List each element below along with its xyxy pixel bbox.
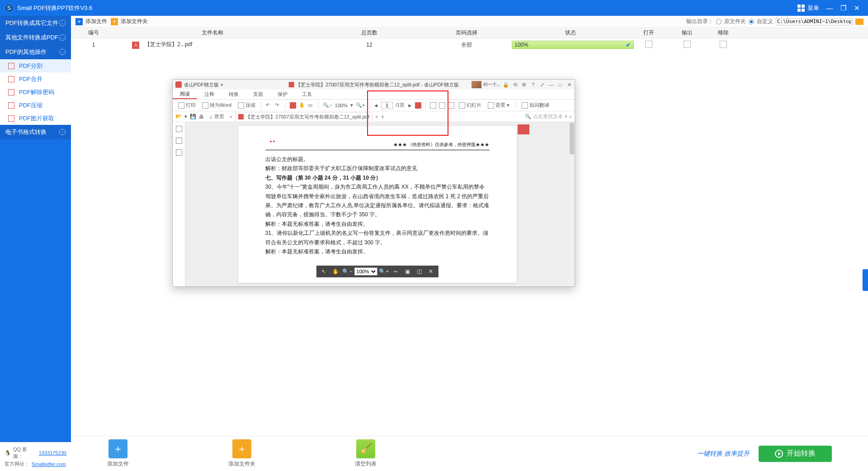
table-row[interactable]: 1 人【芝士学院】2...pdf 12 全部 100%✔	[71, 38, 868, 51]
fit-icon[interactable]	[290, 102, 296, 109]
scrollbar[interactable]	[569, 122, 575, 286]
gear-icon[interactable]: ⚙	[520, 82, 528, 88]
refresh-icon[interactable]: ⟲	[511, 82, 519, 88]
viewer-maximize-button[interactable]: □	[557, 82, 564, 87]
document-page: ▲▲ ★★★ 《绝密资料》仅供参考，绝密押题★★★ 出该公文的标题。 解析：财政…	[238, 126, 517, 283]
side-drawer-handle[interactable]	[863, 269, 868, 291]
big-add-folder-button[interactable]: ＋添加文件夹	[228, 439, 255, 468]
select-icon[interactable]: ▭	[308, 102, 314, 109]
menu-read[interactable]: 阅读	[173, 90, 197, 99]
translate-button[interactable]: 划词翻译	[520, 101, 551, 109]
page-input[interactable]	[381, 102, 393, 109]
slideshow-icon	[459, 102, 465, 109]
radio-source-folder[interactable]	[716, 19, 722, 24]
page-canvas[interactable]: ▲▲ ★★★ 《绝密资料》仅供参考，绝密押题★★★ 出该公文的标题。 解析：财政…	[185, 122, 569, 286]
zoom-in-icon[interactable]: 🔍+	[356, 102, 365, 108]
new-tab-button[interactable]: +	[381, 113, 384, 120]
bookmark-icon[interactable]	[415, 102, 421, 109]
attachments-icon[interactable]	[176, 149, 182, 156]
ad-thumb-icon[interactable]	[472, 81, 481, 88]
cursor-icon[interactable]: ↖	[319, 267, 329, 276]
search-box[interactable]: 🔍点此查找文本▾≡	[525, 113, 572, 120]
hand-icon[interactable]: ✋	[299, 102, 305, 109]
open-icon[interactable]: 📂	[175, 114, 182, 119]
fullscreen-icon[interactable]	[448, 102, 454, 109]
background-button[interactable]: 背景▾	[486, 101, 511, 109]
to-word-button[interactable]: 转为Word	[200, 101, 233, 109]
bookmarks-icon[interactable]	[176, 138, 182, 144]
big-clear-button[interactable]: 🧹清空列表	[355, 439, 377, 468]
sidebar-item-pdf-compress[interactable]: PDF压缩	[0, 99, 71, 112]
sidebar-item-pdf-split[interactable]: PDF分割	[0, 59, 71, 72]
app-icon	[175, 81, 182, 88]
help-icon[interactable]: ?	[529, 82, 537, 87]
lock-icon[interactable]: 🔒	[502, 82, 509, 88]
print-button[interactable]: 打印	[176, 101, 198, 109]
thumbnails-icon[interactable]	[176, 126, 182, 132]
layout1-icon[interactable]	[430, 102, 436, 109]
float-close-icon[interactable]: ×	[426, 267, 435, 276]
menu-protect[interactable]: 保护	[270, 90, 295, 99]
sidebar-group-convert-to-pdf[interactable]: 其他文件转换成PDF⌄	[0, 30, 71, 45]
undo-icon[interactable]: ↶	[266, 102, 272, 109]
expand-icon[interactable]: ⤢	[538, 82, 546, 88]
file-icon	[8, 76, 14, 82]
qq-link[interactable]: 1933175230	[39, 450, 66, 456]
footer-contact: 🐧QQ 客服：1933175230 官方网址：Smallpdfer.com	[0, 442, 71, 471]
open-icon[interactable]	[645, 41, 652, 48]
save-icon[interactable]: 💾	[190, 114, 196, 119]
delete-icon[interactable]	[720, 41, 727, 48]
file-tab[interactable]: 【芝士学院】27007应用文写作考前模拟卷二12_split.pdf	[235, 112, 373, 121]
menu-tools[interactable]: 工具	[295, 90, 319, 99]
sidebar-group-ebook[interactable]: 电子书格式转换›	[0, 125, 71, 139]
home-tab[interactable]: ⌂首页	[207, 112, 227, 121]
zoom-out-icon[interactable]: 🔍−	[342, 267, 352, 276]
viewer-titlebar[interactable]: 金山PDF独立版 ▾ 【芝士学院】27007应用文写作考前模拟卷二12_spli…	[173, 80, 575, 90]
output-icon[interactable]	[684, 41, 691, 48]
sidebar-item-pdf-merge[interactable]: PDF合并	[0, 72, 71, 86]
close-button[interactable]: ✕	[850, 4, 863, 12]
big-add-file-button[interactable]: ＋添加文件	[107, 439, 129, 468]
close-tab-icon[interactable]: ×	[375, 114, 378, 119]
corner-badge-icon[interactable]	[518, 124, 529, 134]
fit-width-icon[interactable]: ⇿	[391, 267, 401, 276]
fit-page-icon[interactable]: ▣	[402, 267, 412, 276]
add-folder-button[interactable]: +添加文件夹	[111, 18, 148, 25]
plus-icon: +	[75, 18, 83, 25]
table-header: 编号 文件名称 总页数 页码选择 状态 打开 输出 移除	[71, 28, 868, 38]
redo-icon[interactable]: ↷	[275, 102, 281, 109]
viewer-close-button[interactable]: ✕	[566, 82, 573, 88]
folder-icon[interactable]	[855, 19, 863, 25]
play-icon	[775, 450, 783, 458]
print-icon[interactable]: 🖶	[199, 114, 204, 119]
minimize-button[interactable]: —	[823, 4, 836, 12]
menu-annotate[interactable]: 注释	[197, 90, 222, 99]
file-icon	[8, 115, 14, 122]
menu-button[interactable]: 菜单	[794, 2, 823, 14]
sidebar-item-pdf-extract-images[interactable]: PDF图片获取	[0, 112, 71, 125]
hand-icon[interactable]: ✋	[330, 267, 340, 276]
prev-page-icon[interactable]: ◄	[373, 103, 378, 108]
add-file-button[interactable]: +添加文件	[75, 18, 107, 25]
menu-convert[interactable]: 转换	[222, 90, 246, 99]
pdf-icon	[238, 114, 244, 119]
next-page-icon[interactable]: ►	[407, 103, 412, 108]
radio-custom-folder[interactable]	[749, 19, 754, 24]
slideshow-button[interactable]: 幻灯片	[457, 101, 483, 109]
layout2-icon[interactable]	[439, 102, 445, 109]
sidebar-group-convert-from-pdf[interactable]: PDF转换成其它文件⌄	[0, 16, 71, 30]
website-link[interactable]: Smallpdfer.com	[32, 461, 66, 467]
zoom-out-icon[interactable]: 🔍−	[323, 102, 332, 108]
zoom-in-icon[interactable]: 🔍+	[379, 267, 389, 276]
close-tab-icon[interactable]: ×	[230, 114, 232, 119]
output-path-input[interactable]	[776, 18, 853, 25]
sidebar-group-pdf-other[interactable]: PDF的其他操作⌄	[0, 45, 71, 59]
compress-button[interactable]: 压缩	[236, 101, 257, 109]
sidebar-item-pdf-unlock[interactable]: PDF解除密码	[0, 86, 71, 99]
maximize-button[interactable]: ❐	[836, 4, 850, 12]
menu-page[interactable]: 页面	[246, 90, 270, 99]
start-convert-button[interactable]: 开始转换	[759, 446, 832, 462]
viewer-minimize-button[interactable]: —	[547, 82, 555, 87]
dual-page-icon[interactable]: ◫	[414, 267, 424, 276]
float-zoom-select[interactable]: 100%	[354, 267, 377, 276]
